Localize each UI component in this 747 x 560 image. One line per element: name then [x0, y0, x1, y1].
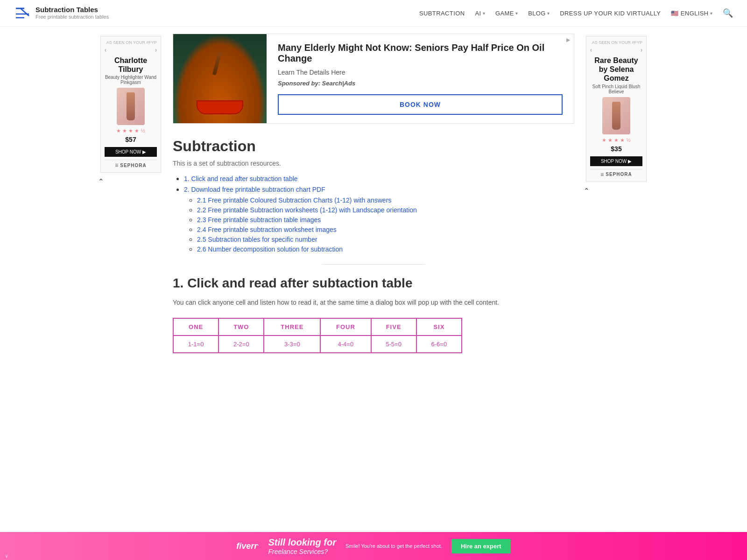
right-ad-prev[interactable]: ‹: [590, 47, 592, 53]
nav-english[interactable]: 🇺🇸 ENGLISH ▾: [671, 10, 712, 17]
main-content: ▶ Many Elderly Might Not Know: Seniors P…: [163, 27, 584, 381]
right-ad-product: Soft Pinch Liquid Blush Believe: [590, 84, 642, 94]
site-title: Subtraction Tables: [35, 6, 109, 14]
left-ad-price: $57: [105, 136, 157, 143]
article-title: Subtraction: [173, 138, 574, 155]
page-wrapper: AS SEEN ON YOUR #FYP ‹ › Charlotte Tilbu…: [0, 27, 747, 381]
cell-1-5[interactable]: 5-5=0: [371, 336, 416, 353]
toc-link-1[interactable]: 1. Click and read after subtraction tabl…: [184, 175, 298, 182]
oil-stream: [212, 52, 222, 75]
svg-line-1: [21, 8, 29, 16]
nav-blog[interactable]: BLOG ▾: [528, 10, 550, 17]
toc-sub-item-23: 2.3 Free printable subtraction table ima…: [197, 216, 574, 224]
left-ad-stars: ★ ★ ★ ★ ½: [105, 128, 157, 134]
toc-item-1: 1. Click and read after subtraction tabl…: [184, 175, 574, 182]
subtraction-table: ONE TWO THREE FOUR FIVE SIX 1-1=0 2-2=0 …: [173, 318, 462, 353]
cell-1-2[interactable]: 2-2=0: [218, 336, 264, 353]
banner-ad-book-btn[interactable]: BOOK NOW: [278, 94, 563, 115]
left-ad-next[interactable]: ›: [155, 47, 157, 53]
right-sidebar: AS SEEN ON YOUR #FYP ‹ › Rare Beauty by …: [584, 27, 649, 381]
left-product-shape: [127, 92, 135, 120]
toc-sub-item-21: 2.1 Free printable Coloured Subtraction …: [197, 196, 574, 204]
toc-link-25[interactable]: 2.5 Subtraction tables for specific numb…: [197, 236, 317, 243]
nav-game-arrow: ▾: [515, 11, 518, 16]
left-ad-tag: AS SEEN ON YOUR #FYP: [105, 40, 157, 45]
toc-sub-list: 2.1 Free printable Coloured Subtraction …: [184, 196, 574, 253]
cell-1-6[interactable]: 6-6=0: [416, 336, 462, 353]
right-sephora-icon: ≡: [600, 171, 604, 178]
left-scroll-up-btn[interactable]: ⌃: [98, 177, 163, 186]
article-intro: This is a set of subtraction resources.: [173, 160, 574, 167]
banner-ad-headline: Many Elderly Might Not Know: Seniors Pay…: [278, 42, 563, 64]
right-sephora-bar: ≡ SEPHORA: [590, 169, 642, 178]
section-divider: [322, 264, 425, 265]
right-ad-image: [602, 97, 630, 134]
right-product-shape: [612, 102, 620, 130]
cell-1-3[interactable]: 3-3=0: [264, 336, 320, 353]
col-four: FOUR: [320, 318, 371, 336]
left-ad-product: Beauty Highlighter Wand Pinkgasm: [105, 75, 157, 85]
nav-blog-arrow: ▾: [547, 11, 550, 16]
banner-ad: ▶ Many Elderly Might Not Know: Seniors P…: [173, 34, 574, 124]
left-ad-brand: Charlotte Tilbury: [105, 56, 157, 74]
toc-item-2: 2. Download free printable subtraction c…: [184, 185, 574, 253]
right-ad-stars: ★ ★ ★ ★ ½: [590, 137, 642, 143]
col-two: TWO: [218, 318, 264, 336]
nav-subtraction[interactable]: SUBTRACTION: [419, 10, 465, 17]
toc-sub-item-26: 2.6 Number decomposition solution for su…: [197, 245, 574, 253]
site-title-block: Subtraction Tables Free printable subtra…: [35, 6, 109, 20]
search-icon[interactable]: 🔍: [723, 8, 733, 18]
main-nav: SUBTRACTION AI ▾ GAME ▾ BLOG ▾ DRESS UP …: [419, 8, 733, 18]
left-sidebar-ad: AS SEEN ON YOUR #FYP ‹ › Charlotte Tilbu…: [100, 36, 161, 173]
toc-list: 1. Click and read after subtraction tabl…: [173, 175, 574, 253]
right-ad-next[interactable]: ›: [641, 47, 642, 53]
toc-link-26[interactable]: 2.6 Number decomposition solution for su…: [197, 245, 343, 253]
nav-ai-arrow: ▾: [483, 11, 485, 16]
toc-sub-item-25: 2.5 Subtraction tables for specific numb…: [197, 235, 574, 243]
left-ad-shop-btn[interactable]: SHOP NOW ▶: [105, 147, 157, 157]
toc-link-2[interactable]: 2. Download free printable subtraction c…: [184, 186, 325, 193]
left-sephora-icon: ≡: [115, 162, 118, 168]
nav-ai[interactable]: AI ▾: [475, 10, 485, 17]
table-row: 1-1=0 2-2=0 3-3=0 4-4=0 5-5=0 6-6=0: [173, 336, 462, 353]
left-sephora-label: SEPHORA: [120, 163, 146, 168]
banner-ad-image: [173, 34, 267, 123]
col-one: ONE: [173, 318, 218, 336]
right-ad-shop-btn[interactable]: SHOP NOW ▶: [590, 156, 642, 166]
header-left: Subtraction Tables Free printable subtra…: [14, 5, 109, 21]
left-sephora-bar: ≡ SEPHORA: [105, 160, 157, 168]
site-subtitle: Free printable subtraction tables: [35, 14, 109, 20]
section1-title: 1. Click and read after subtaction table: [173, 276, 574, 291]
toc-link-21[interactable]: 2.1 Free printable Coloured Subtraction …: [197, 196, 391, 204]
banner-ad-learn: Learn The Details Here: [278, 69, 563, 76]
toc-link-22[interactable]: 2.2 Free printable Subtraction worksheet…: [197, 206, 417, 214]
oil-pour-visual: [173, 34, 267, 123]
nav-game[interactable]: GAME ▾: [495, 10, 518, 17]
logo-icon: [14, 5, 31, 21]
toc-link-24[interactable]: 2.4 Free printable subtraction worksheet…: [197, 226, 337, 233]
nav-english-arrow: ▾: [710, 11, 712, 16]
banner-ad-text: Many Elderly Might Not Know: Seniors Pay…: [267, 34, 574, 123]
right-scroll-up-btn[interactable]: ⌃: [584, 187, 649, 195]
right-ad-carousel: ‹ ›: [590, 47, 642, 53]
site-header: Subtraction Tables Free printable subtra…: [0, 0, 747, 27]
banner-ad-sponsor: Sponsored by: Search|Ads: [278, 80, 563, 87]
col-six: SIX: [416, 318, 462, 336]
right-sephora-label: SEPHORA: [606, 172, 632, 177]
right-ad-brand: Rare Beauty by Selena Gomez: [590, 56, 642, 83]
section1-desc: You can click anyone cell and listen how…: [173, 297, 574, 308]
banner-ad-corner-icon: ▶: [566, 37, 570, 43]
toc-link-23[interactable]: 2.3 Free printable subtraction table ima…: [197, 216, 321, 224]
left-ad-carousel: ‹ ›: [105, 47, 157, 53]
cell-1-1[interactable]: 1-1=0: [173, 336, 218, 353]
toc-sub-item-22: 2.2 Free printable Subtraction worksheet…: [197, 206, 574, 214]
left-ad-prev[interactable]: ‹: [105, 47, 106, 53]
table-body: 1-1=0 2-2=0 3-3=0 4-4=0 5-5=0 6-6=0: [173, 336, 462, 353]
col-five: FIVE: [371, 318, 416, 336]
table-header-row: ONE TWO THREE FOUR FIVE SIX: [173, 318, 462, 336]
right-ad-tag: AS SEEN ON YOUR #FYP: [590, 40, 642, 45]
cell-1-4[interactable]: 4-4=0: [320, 336, 371, 353]
nav-dressup[interactable]: DRESS UP YOUR KID VIRTUALLY: [560, 10, 661, 17]
right-ad-price: $35: [590, 145, 642, 153]
right-sidebar-ad: AS SEEN ON YOUR #FYP ‹ › Rare Beauty by …: [586, 36, 647, 182]
